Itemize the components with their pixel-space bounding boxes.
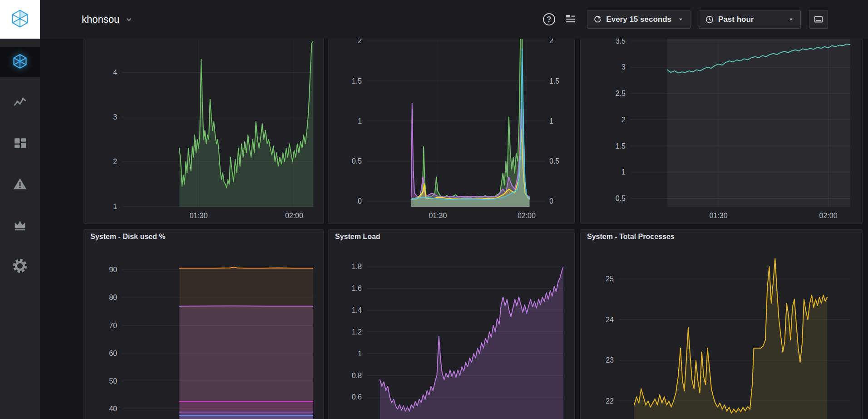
caret-down-icon xyxy=(677,16,684,23)
clock-icon xyxy=(705,15,714,24)
svg-text:3: 3 xyxy=(113,113,117,121)
sidebar-item-dashboards[interactable] xyxy=(0,129,40,159)
svg-text:0.5: 0.5 xyxy=(549,157,559,165)
grafana-logo-icon xyxy=(10,9,30,30)
svg-text:1.5: 1.5 xyxy=(549,77,559,85)
sidebar-item-alerting[interactable] xyxy=(0,170,40,200)
alert-triangle-icon xyxy=(12,176,28,194)
panel-total-processes: System - Total Processes 22232425 xyxy=(580,229,863,419)
time-series-chart[interactable]: 01:3002:00000.50.5111.51.522 xyxy=(329,11,574,224)
svg-text:0: 0 xyxy=(358,197,362,205)
svg-text:1: 1 xyxy=(549,117,553,125)
svg-text:0.6: 0.6 xyxy=(352,393,362,401)
svg-text:0.5: 0.5 xyxy=(616,195,626,202)
question-circle-icon: ? xyxy=(543,13,555,25)
svg-text:01:30: 01:30 xyxy=(710,212,728,219)
svg-text:1.4: 1.4 xyxy=(352,306,362,314)
svg-text:2.5: 2.5 xyxy=(616,90,626,97)
svg-text:1: 1 xyxy=(358,350,362,358)
time-series-chart[interactable]: 0.60.811.21.41.61.8 xyxy=(329,229,574,419)
sidebar-nav xyxy=(0,39,40,282)
svg-text:50: 50 xyxy=(109,377,117,385)
svg-text:1.8: 1.8 xyxy=(352,263,362,270)
svg-text:2: 2 xyxy=(621,116,626,124)
dashboard-title: khonsou xyxy=(82,14,119,25)
svg-text:1.6: 1.6 xyxy=(352,284,362,292)
refresh-interval-label: Every 15 seconds xyxy=(606,15,671,24)
svg-text:0.8: 0.8 xyxy=(352,372,362,379)
svg-text:1.5: 1.5 xyxy=(616,142,626,150)
svg-text:23: 23 xyxy=(606,356,614,364)
time-range-label: Past hour xyxy=(718,15,754,24)
time-series-chart[interactable]: 01:3002:000.511.522.533.5 xyxy=(581,11,862,224)
time-series-chart[interactable]: 01:3002:001234 xyxy=(84,11,323,224)
svg-text:40: 40 xyxy=(109,405,117,413)
svg-text:25: 25 xyxy=(606,275,614,283)
svg-text:1.2: 1.2 xyxy=(352,328,362,336)
activity-icon xyxy=(12,95,28,112)
panel-disk-used: System - Disk used % 405060708090 xyxy=(84,229,324,419)
svg-text:70: 70 xyxy=(109,322,117,329)
grafana-orb-icon xyxy=(11,53,29,72)
svg-text:60: 60 xyxy=(109,349,117,357)
playlist-button[interactable] xyxy=(562,11,579,28)
refresh-interval-picker[interactable]: Every 15 seconds xyxy=(587,10,690,29)
svg-text:1.5: 1.5 xyxy=(352,77,362,85)
kiosk-mode-button[interactable] xyxy=(809,10,828,29)
navbar: khonsou ? xyxy=(40,0,868,39)
svg-text:0.5: 0.5 xyxy=(352,157,362,165)
gear-icon xyxy=(12,258,28,275)
panel-chart-3: 01:3002:000.511.522.533.5 xyxy=(580,11,863,224)
panel-title[interactable]: System Load xyxy=(329,229,574,247)
refresh-icon xyxy=(593,15,602,24)
svg-text:24: 24 xyxy=(606,316,614,324)
svg-text:1: 1 xyxy=(113,203,117,210)
panel-system-load: System Load 0.60.811.21.41.61.8 xyxy=(328,229,575,419)
panel-title[interactable]: System - Total Processes xyxy=(581,229,862,247)
svg-text:2: 2 xyxy=(113,158,117,165)
svg-text:02:00: 02:00 xyxy=(285,212,303,219)
time-series-chart[interactable]: 405060708090 xyxy=(84,229,323,419)
monitor-icon xyxy=(814,15,824,25)
panel-chart-1: 01:3002:001234 xyxy=(84,11,324,224)
svg-text:1: 1 xyxy=(358,117,362,125)
sidebar xyxy=(0,0,40,419)
time-series-chart[interactable]: 22232425 xyxy=(581,229,862,419)
svg-text:01:30: 01:30 xyxy=(429,212,447,219)
panel-chart-2: 01:3002:00000.50.5111.51.522 xyxy=(328,11,575,224)
panel-title[interactable]: System - Disk used % xyxy=(84,229,323,247)
dashboards-grid-icon xyxy=(13,136,27,152)
svg-text:01:30: 01:30 xyxy=(189,212,207,219)
sidebar-item-admin[interactable] xyxy=(0,211,40,241)
svg-text:0: 0 xyxy=(549,197,553,205)
navbar-controls: ? Every 15 seconds xyxy=(541,10,868,29)
svg-text:1: 1 xyxy=(621,168,626,176)
svg-text:02:00: 02:00 xyxy=(518,212,536,219)
sidebar-item-home[interactable] xyxy=(0,47,40,77)
svg-text:3: 3 xyxy=(621,63,626,71)
svg-text:90: 90 xyxy=(109,266,117,274)
chevron-down-icon xyxy=(125,15,133,24)
app-logo[interactable] xyxy=(0,0,40,39)
svg-text:4: 4 xyxy=(113,69,117,76)
dashboard-title-dropdown[interactable]: khonsou xyxy=(82,14,133,25)
svg-text:02:00: 02:00 xyxy=(819,212,838,219)
crown-icon xyxy=(13,218,27,234)
svg-text:22: 22 xyxy=(606,397,614,405)
sidebar-item-explore[interactable] xyxy=(0,88,40,118)
sidebar-item-configuration[interactable] xyxy=(0,252,40,282)
caret-down-icon xyxy=(788,16,794,23)
help-button[interactable]: ? xyxy=(541,11,557,28)
time-range-picker[interactable]: Past hour xyxy=(699,10,801,29)
svg-text:80: 80 xyxy=(109,294,117,301)
playlist-icon xyxy=(565,13,577,26)
